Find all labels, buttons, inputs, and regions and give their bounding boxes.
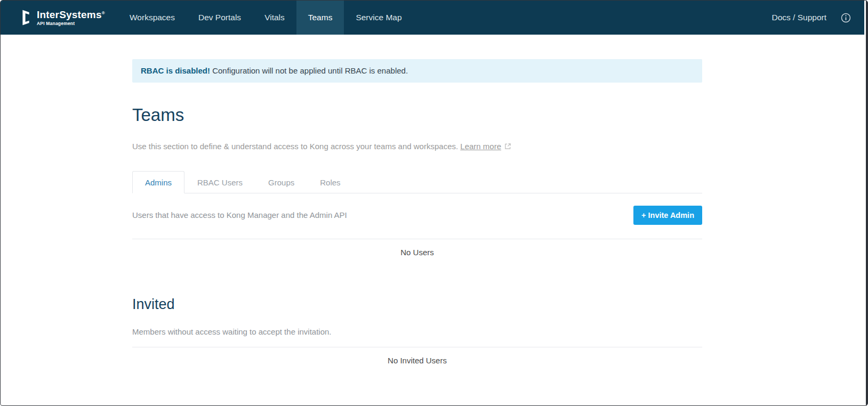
intersystems-bracket-icon bbox=[21, 9, 31, 27]
brand-name: InterSystems® bbox=[37, 10, 105, 20]
admins-section-header: Users that have access to Kong Manager a… bbox=[132, 206, 702, 225]
tab-rbac-users[interactable]: RBAC Users bbox=[184, 171, 255, 193]
invited-empty-message: No Invited Users bbox=[132, 347, 702, 372]
invited-subtitle: Members without access waiting to accept… bbox=[132, 327, 702, 336]
alert-message: Configuration will not be applied until … bbox=[210, 66, 408, 75]
page-title: Teams bbox=[132, 105, 702, 125]
page-content: RBAC is disabled! Configuration will not… bbox=[132, 59, 702, 372]
top-navigation-bar: InterSystems® API Management Workspaces … bbox=[1, 1, 867, 35]
page-description-text: Use this section to define & understand … bbox=[132, 142, 460, 151]
main-nav: Workspaces Dev Portals Vitals Teams Serv… bbox=[118, 1, 414, 35]
external-link-icon bbox=[504, 142, 511, 151]
nav-item-teams[interactable]: Teams bbox=[296, 1, 344, 35]
nav-item-vitals[interactable]: Vitals bbox=[253, 1, 296, 35]
registered-mark: ® bbox=[102, 10, 105, 15]
scrollbar-thumb[interactable] bbox=[866, 1, 867, 405]
topbar-right: Docs / Support bbox=[771, 1, 867, 35]
admins-empty-message: No Users bbox=[132, 239, 702, 264]
admins-subtitle: Users that have access to Kong Manager a… bbox=[132, 210, 347, 220]
alert-title: RBAC is disabled! bbox=[141, 66, 210, 75]
learn-more-link[interactable]: Learn more bbox=[460, 142, 501, 151]
nav-item-workspaces[interactable]: Workspaces bbox=[118, 1, 187, 35]
invite-admin-button[interactable]: + Invite Admin bbox=[633, 206, 702, 225]
brand-text: InterSystems® API Management bbox=[37, 10, 105, 26]
info-icon[interactable] bbox=[841, 13, 851, 23]
nav-item-service-map[interactable]: Service Map bbox=[344, 1, 413, 35]
nav-item-dev-portals[interactable]: Dev Portals bbox=[187, 1, 253, 35]
vertical-scrollbar[interactable] bbox=[864, 1, 867, 405]
teams-tab-bar: Admins RBAC Users Groups Roles bbox=[132, 171, 702, 193]
invited-section-title: Invited bbox=[132, 296, 702, 313]
tab-roles[interactable]: Roles bbox=[307, 171, 353, 193]
docs-support-link[interactable]: Docs / Support bbox=[771, 13, 826, 22]
app-window: InterSystems® API Management Workspaces … bbox=[0, 0, 868, 406]
tab-groups[interactable]: Groups bbox=[255, 171, 307, 193]
tab-admins[interactable]: Admins bbox=[132, 171, 184, 193]
rbac-disabled-alert: RBAC is disabled! Configuration will not… bbox=[132, 59, 702, 83]
intersystems-logo: InterSystems® API Management bbox=[1, 1, 118, 35]
brand-subtitle: API Management bbox=[37, 21, 105, 26]
page-description: Use this section to define & understand … bbox=[132, 142, 702, 151]
